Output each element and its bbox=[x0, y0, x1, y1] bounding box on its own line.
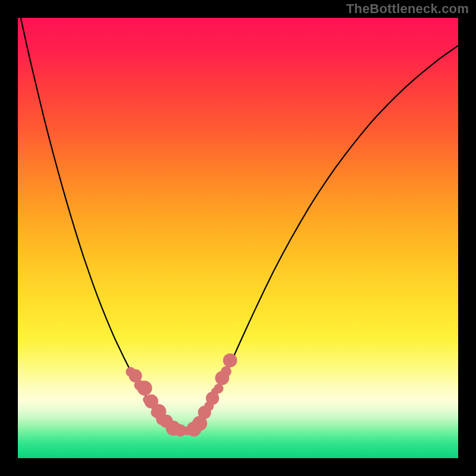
marker-dot bbox=[137, 381, 152, 396]
bottleneck-curve-path bbox=[18, 18, 458, 431]
marker-dots bbox=[126, 353, 237, 437]
marker-dot bbox=[221, 366, 231, 377]
marker-dot bbox=[223, 353, 237, 368]
chart-plot-area bbox=[18, 18, 458, 458]
bottleneck-curve bbox=[18, 18, 458, 431]
marker-dot bbox=[214, 384, 223, 393]
chart-overlay-svg bbox=[18, 18, 458, 458]
watermark-text: TheBottleneck.com bbox=[346, 1, 469, 17]
